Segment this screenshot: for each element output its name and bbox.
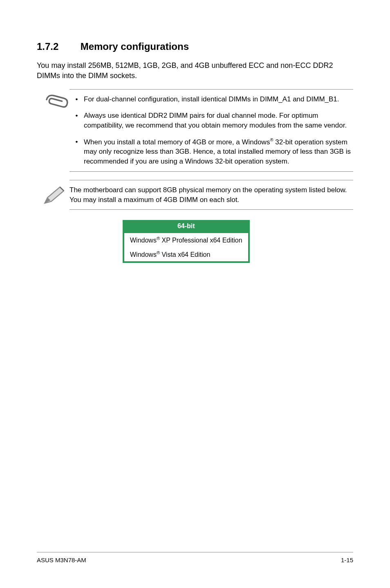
intro-paragraph: You may install 256MB, 512MB, 1GB, 2GB, … [37, 61, 353, 81]
bullet-marker: • [69, 111, 84, 130]
table-cell: Windows® Vista x64 Edition [123, 247, 249, 262]
section-number: 1.7.2 [37, 41, 78, 52]
table-row: Windows® XP Professional x64 Edition [123, 233, 249, 247]
note-text: The motherboard can support 8GB physical… [69, 185, 353, 205]
bullet-text: When you install a total memory of 4GB o… [84, 137, 353, 166]
os-table: 64-bit Windows® XP Professional x64 Edit… [123, 220, 250, 263]
note-block-info: The motherboard can support 8GB physical… [41, 180, 353, 210]
page-footer: ASUS M3N78-AM 1-15 [37, 552, 353, 563]
bullet-text: For dual-channel configuration, install … [84, 94, 353, 104]
section-title: Memory configurations [81, 41, 189, 52]
footer-left: ASUS M3N78-AM [37, 557, 86, 563]
section-heading: 1.7.2 Memory configurations [37, 41, 353, 52]
table-header: 64-bit [123, 220, 249, 233]
bullet-item: • When you install a total memory of 4GB… [69, 137, 353, 166]
footer-right: 1-15 [341, 557, 353, 563]
bullet-item: • For dual-channel configuration, instal… [69, 94, 353, 104]
paperclip-icon [41, 89, 69, 171]
bullet-marker: • [69, 137, 84, 166]
bullet-marker: • [69, 94, 84, 104]
table-cell: Windows® XP Professional x64 Edition [123, 233, 249, 247]
os-table-container: 64-bit Windows® XP Professional x64 Edit… [123, 220, 353, 263]
pencil-icon [41, 180, 69, 210]
bullet-item: • Always use identical DDR2 DIMM pairs f… [69, 111, 353, 130]
bullet-text: Always use identical DDR2 DIMM pairs for… [84, 111, 353, 130]
note-content: • For dual-channel configuration, instal… [69, 89, 353, 171]
note-content: The motherboard can support 8GB physical… [69, 180, 353, 210]
note-block-tips: • For dual-channel configuration, instal… [41, 89, 353, 171]
table-row: Windows® Vista x64 Edition [123, 247, 249, 262]
